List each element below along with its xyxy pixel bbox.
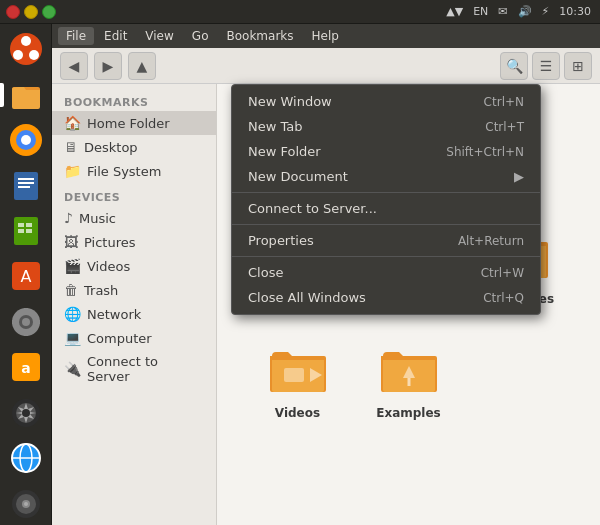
svg-rect-10 — [18, 182, 34, 184]
menu-bookmarks[interactable]: Bookmarks — [218, 27, 301, 45]
maximize-window-button[interactable] — [42, 5, 56, 19]
window-controls — [6, 5, 56, 19]
dock-item-files[interactable] — [4, 73, 48, 115]
svg-rect-16 — [26, 229, 32, 233]
home-icon: 🏠 — [64, 115, 81, 131]
content-area: BOOKMARKS 🏠 Home Folder 🖥 Desktop 📁 File… — [52, 84, 600, 525]
menu-connect-server-label: Connect to Server... — [248, 201, 377, 216]
dock-item-disk[interactable] — [4, 483, 48, 525]
sidebar-item-home-label: Home Folder — [87, 116, 170, 131]
svg-rect-25 — [34, 320, 40, 324]
menu-go[interactable]: Go — [184, 27, 217, 45]
close-window-button[interactable] — [6, 5, 20, 19]
sidebar-item-videos[interactable]: 🎬 Videos — [52, 254, 216, 278]
main-container: A a — [0, 24, 600, 525]
sidebar-item-desktop[interactable]: 🖥 Desktop — [52, 135, 216, 159]
dock-item-text-editor[interactable] — [4, 164, 48, 206]
sidebar-item-computer[interactable]: 💻 Computer — [52, 326, 216, 350]
sidebar-item-trash-label: Trash — [84, 283, 118, 298]
sidebar-item-network[interactable]: 🌐 Network — [52, 302, 216, 326]
svg-rect-23 — [24, 330, 28, 336]
sidebar-item-computer-label: Computer — [87, 331, 152, 346]
file-label-videos: Videos — [275, 406, 320, 420]
menu-new-folder-shortcut: Shift+Ctrl+N — [446, 145, 524, 159]
menu-view[interactable]: View — [137, 27, 181, 45]
dock-item-amazon[interactable]: a — [4, 346, 48, 388]
list-view-button[interactable]: ☰ — [532, 52, 560, 80]
dock-item-spreadsheet[interactable] — [4, 210, 48, 252]
topbar: ▲▼ EN ✉ 🔊 ⚡ 10:30 — [0, 0, 600, 24]
network-icon: 🌐 — [64, 306, 81, 322]
sidebar-item-desktop-label: Desktop — [84, 140, 138, 155]
mail-indicator: ✉ — [495, 5, 510, 18]
svg-rect-15 — [18, 229, 24, 233]
grid-view-button[interactable]: ⊞ — [564, 52, 592, 80]
svg-rect-22 — [24, 308, 28, 314]
dock-item-system-settings[interactable] — [4, 392, 48, 434]
sidebar-item-pictures[interactable]: 🖼 Pictures — [52, 230, 216, 254]
svg-point-21 — [22, 318, 30, 326]
menu-new-document[interactable]: New Document ▶ — [232, 164, 540, 189]
dock-item-settings[interactable] — [4, 301, 48, 343]
menu-new-folder[interactable]: New Folder Shift+Ctrl+N — [232, 139, 540, 164]
svg-rect-14 — [26, 223, 32, 227]
back-button[interactable]: ◀ — [60, 52, 88, 80]
menu-new-window[interactable]: New Window Ctrl+N — [232, 89, 540, 114]
search-button[interactable]: 🔍 — [500, 52, 528, 80]
dock-item-software-center[interactable]: A — [4, 255, 48, 297]
menu-properties-shortcut: Alt+Return — [458, 234, 524, 248]
svg-point-30 — [22, 409, 30, 417]
sidebar-item-home[interactable]: 🏠 Home Folder — [52, 111, 216, 135]
svg-point-1 — [21, 36, 31, 46]
menu-connect-server[interactable]: Connect to Server... — [232, 196, 540, 221]
menu-file[interactable]: File — [58, 27, 94, 45]
toolbar: ◀ ▶ ▲ 🔍 ☰ ⊞ — [52, 48, 600, 84]
up-button[interactable]: ▲ — [128, 52, 156, 80]
menu-separator-3 — [232, 256, 540, 257]
dock-item-ubuntu[interactable] — [4, 28, 48, 70]
devices-section: DEVICES ♪ Music 🖼 Pictures 🎬 Videos � — [52, 187, 216, 388]
menu-new-tab[interactable]: New Tab Ctrl+T — [232, 114, 540, 139]
topbar-left — [6, 5, 56, 19]
file-menu-dropdown: New Window Ctrl+N New Tab Ctrl+T New Fol… — [231, 84, 541, 315]
desktop-icon: 🖥 — [64, 139, 78, 155]
menu-new-window-shortcut: Ctrl+N — [484, 95, 524, 109]
menu-close[interactable]: Close Ctrl+W — [232, 260, 540, 285]
file-item-examples[interactable]: Examples — [358, 332, 459, 426]
svg-rect-24 — [12, 320, 18, 324]
svg-point-3 — [29, 50, 39, 60]
menu-new-document-label: New Document — [248, 169, 348, 184]
menu-new-window-label: New Window — [248, 94, 332, 109]
sidebar-item-music-label: Music — [79, 211, 116, 226]
svg-text:a: a — [21, 360, 30, 376]
file-item-videos[interactable]: Videos — [247, 332, 348, 426]
dock-item-firefox[interactable] — [4, 119, 48, 161]
sidebar-item-connect-label: Connect to Server — [87, 354, 204, 384]
application-dock: A a — [0, 24, 52, 525]
bookmarks-header: BOOKMARKS — [52, 92, 216, 111]
computer-icon: 💻 — [64, 330, 81, 346]
menu-separator-1 — [232, 192, 540, 193]
sidebar-item-network-label: Network — [87, 307, 141, 322]
menubar: File Edit View Go Bookmarks Help — [52, 24, 600, 48]
dock-item-browser[interactable] — [4, 437, 48, 479]
sidebar-item-filesystem[interactable]: 📁 File System — [52, 159, 216, 183]
toolbar-right: 🔍 ☰ ⊞ — [500, 52, 592, 80]
file-label-examples: Examples — [376, 406, 441, 420]
sidebar-item-trash[interactable]: 🗑 Trash — [52, 278, 216, 302]
menu-properties-label: Properties — [248, 233, 314, 248]
menu-close-shortcut: Ctrl+W — [481, 266, 524, 280]
menu-edit[interactable]: Edit — [96, 27, 135, 45]
sidebar-item-music[interactable]: ♪ Music — [52, 206, 216, 230]
bookmarks-section: BOOKMARKS 🏠 Home Folder 🖥 Desktop 📁 File… — [52, 92, 216, 183]
menu-new-folder-label: New Folder — [248, 144, 321, 159]
menu-properties[interactable]: Properties Alt+Return — [232, 228, 540, 253]
menu-close-all[interactable]: Close All Windows Ctrl+Q — [232, 285, 540, 310]
menu-help[interactable]: Help — [304, 27, 347, 45]
left-panel: BOOKMARKS 🏠 Home Folder 🖥 Desktop 📁 File… — [52, 84, 217, 525]
minimize-window-button[interactable] — [24, 5, 38, 19]
forward-button[interactable]: ▶ — [94, 52, 122, 80]
svg-rect-11 — [18, 186, 30, 188]
sidebar-item-connect[interactable]: 🔌 Connect to Server — [52, 350, 216, 388]
pictures-icon: 🖼 — [64, 234, 78, 250]
